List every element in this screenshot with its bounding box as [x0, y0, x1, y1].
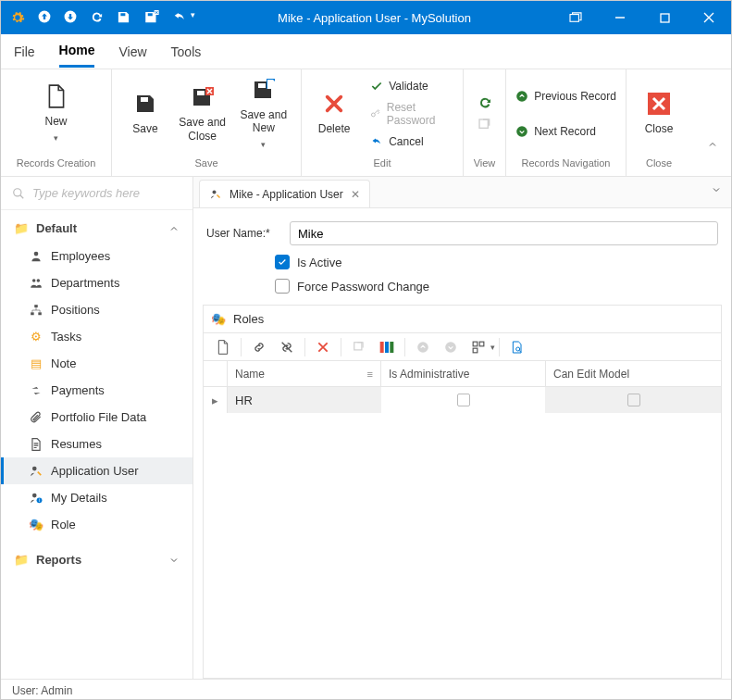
cell-admin[interactable] [381, 387, 546, 413]
refresh-icon[interactable] [90, 10, 104, 25]
tabs-dropdown-icon[interactable] [711, 184, 722, 195]
download-icon[interactable] [64, 10, 77, 25]
sidebar-item-employees[interactable]: Employees [1, 243, 192, 269]
open-button[interactable] [345, 334, 373, 360]
next-record-button[interactable]: Next Record [515, 120, 616, 143]
grid-row[interactable]: ▸ HR [204, 387, 721, 413]
sidebar-item-note[interactable]: ▤Note [1, 350, 192, 377]
roles-title: Roles [233, 312, 264, 326]
cell-name[interactable]: HR [228, 387, 381, 413]
back-arrow-icon [370, 136, 383, 147]
sidebar-item-payments[interactable]: Payments [1, 377, 192, 404]
reset-password-button[interactable]: Reset Password [370, 103, 453, 125]
svg-point-32 [445, 342, 456, 353]
force-password-checkbox[interactable]: Force Password Change [275, 279, 718, 294]
gear-icon[interactable] [10, 10, 25, 25]
nav-down-button[interactable] [437, 334, 465, 360]
save-and-new-button[interactable]: Save and New ▾ [236, 77, 292, 151]
svg-point-13 [516, 126, 527, 137]
undo-icon[interactable] [172, 10, 187, 25]
close-tab-icon[interactable]: ✕ [351, 188, 360, 201]
open-related-button[interactable] [478, 118, 492, 132]
tab-file[interactable]: File [14, 37, 35, 67]
sidebar: Type keywords here 📁Default Employees De… [1, 177, 193, 679]
tab-view[interactable]: View [118, 37, 146, 67]
svg-rect-5 [141, 97, 148, 102]
validate-button[interactable]: Validate [370, 75, 453, 97]
save-button[interactable]: Save [121, 91, 169, 135]
svg-point-15 [14, 188, 21, 195]
svg-rect-3 [570, 15, 578, 22]
save-close-icon[interactable] [143, 10, 159, 25]
tab-tools[interactable]: Tools [171, 37, 202, 67]
sidebar-item-role[interactable]: 🎭Role [1, 511, 192, 538]
close-button[interactable] [687, 1, 731, 34]
svg-rect-8 [258, 83, 266, 88]
window-title: Mike - Application User - MySolution [195, 11, 553, 25]
nav-group-default[interactable]: 📁Default [1, 214, 192, 243]
chevron-down-icon [168, 555, 180, 566]
close-record-button[interactable]: Close [636, 91, 682, 135]
svg-point-10 [372, 113, 376, 117]
search-box[interactable]: Type keywords here [1, 177, 192, 210]
is-active-checkbox[interactable]: Is Active [275, 255, 718, 269]
link-button[interactable] [245, 334, 273, 360]
ribbon-group-label: Close [627, 157, 691, 176]
document-tab[interactable]: Mike - Application User ✕ [199, 180, 370, 207]
sidebar-item-positions[interactable]: Positions [1, 296, 192, 323]
preview-button[interactable] [503, 334, 531, 360]
upload-icon[interactable] [38, 10, 51, 25]
collapse-ribbon-icon[interactable] [707, 139, 718, 150]
new-button[interactable]: New ▾ [29, 83, 84, 144]
maximize-button[interactable] [642, 1, 687, 34]
svg-point-12 [516, 91, 527, 102]
col-admin[interactable]: Is Administrative [381, 361, 546, 386]
hierarchy-icon [29, 304, 43, 317]
svg-point-22 [32, 466, 37, 470]
user-edit-icon [209, 189, 222, 200]
refresh-button[interactable] [478, 95, 492, 110]
previous-record-button[interactable]: Previous Record [515, 85, 616, 107]
folder-icon: 📁 [14, 221, 29, 235]
ribbon-group-label: Records Creation [1, 157, 111, 176]
username-input[interactable] [290, 221, 718, 245]
sidebar-item-portfolio[interactable]: Portfolio File Data [1, 404, 192, 431]
svg-rect-35 [473, 348, 478, 353]
folder-icon: 📁 [14, 553, 29, 567]
sidebar-item-application-user[interactable]: Application User [1, 457, 192, 484]
document-icon [29, 438, 43, 451]
layout-button[interactable] [465, 334, 492, 360]
sidebar-item-tasks[interactable]: ⚙Tasks [1, 323, 192, 350]
sidebar-item-departments[interactable]: Departments [1, 269, 192, 296]
col-name[interactable]: Name≡ [228, 361, 381, 386]
username-label: User Name:* [206, 227, 280, 240]
delete-button[interactable]: Delete [311, 91, 357, 135]
nav-up-button[interactable] [409, 334, 437, 360]
cell-edit[interactable] [546, 387, 721, 413]
unlink-button[interactable] [273, 334, 301, 360]
ribbon-group-label: Records Navigation [506, 157, 626, 176]
col-edit[interactable]: Can Edit Model [546, 361, 721, 386]
save-icon[interactable] [117, 10, 130, 25]
save-and-close-button[interactable]: Save and Close [179, 84, 227, 143]
cancel-button[interactable]: Cancel [370, 131, 453, 153]
columns-button[interactable] [373, 334, 401, 360]
delete-role-button[interactable] [309, 334, 337, 360]
sidebar-item-my-details[interactable]: iMy Details [1, 484, 192, 511]
minimize-button[interactable] [598, 1, 642, 34]
svg-point-16 [34, 251, 39, 256]
sidebar-item-resumes[interactable]: Resumes [1, 431, 192, 457]
is-active-label: Is Active [297, 256, 341, 269]
svg-point-31 [417, 342, 428, 353]
layout-dropdown-icon[interactable]: ▾ [490, 343, 495, 352]
force-password-label: Force Password Change [297, 280, 429, 294]
svg-rect-27 [354, 342, 362, 349]
new-role-button[interactable] [209, 334, 237, 360]
person-icon [29, 250, 43, 263]
tab-home[interactable]: Home [59, 35, 95, 68]
restore-alt-icon[interactable] [553, 1, 598, 34]
checkbox-unchecked-icon [627, 394, 640, 406]
nav-group-reports[interactable]: 📁Reports [1, 545, 192, 574]
people-icon [29, 277, 43, 290]
mask-icon: 🎭 [29, 518, 43, 531]
